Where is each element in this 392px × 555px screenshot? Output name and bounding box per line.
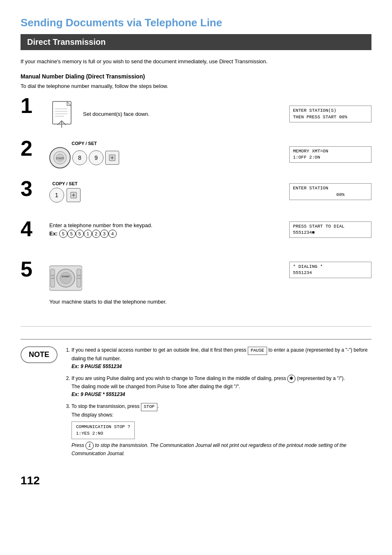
pause-key: PAUSE bbox=[248, 347, 267, 355]
subsection-title: Manual Number Dialing (Direct Transmissi… bbox=[21, 73, 371, 80]
step-5-screen-area: * DIALING * 5551234 bbox=[87, 262, 371, 279]
step-3-screen: ENTER STATION 00% bbox=[289, 183, 371, 200]
step-1-screen: ENTER STATION(S) THEN PRESS START 00% bbox=[289, 106, 371, 122]
step-4-number: 4 bbox=[21, 218, 45, 240]
step-5-text: Your machine starts to dial the telephon… bbox=[49, 298, 167, 306]
start-inner: START bbox=[53, 151, 67, 164]
key-9: 9 bbox=[89, 150, 104, 165]
document-icon bbox=[49, 98, 78, 129]
svg-text:START: START bbox=[62, 275, 70, 278]
step-2-row: 2 COPY / SET START 8 bbox=[21, 138, 371, 170]
start-button-2: START bbox=[49, 147, 71, 168]
step-5-screen: * DIALING * 5551234 bbox=[289, 262, 371, 279]
step-1-content: Set document(s) face down. ENTER STATION… bbox=[49, 95, 371, 130]
key-set-2 bbox=[105, 151, 119, 165]
steps-area: 1 Set document(s bbox=[21, 95, 371, 306]
step-3-content: COPY / SET 1 ENTER STATION bbox=[49, 178, 371, 203]
note-item-3: To stop the transmission, press STOP. Th… bbox=[71, 403, 371, 458]
note-1-example: Ex: 9 PAUSE 5551234 bbox=[71, 364, 122, 369]
page-title: Sending Documents via Telephone Line bbox=[21, 12, 371, 29]
step-4-screen-area: PRESS START TO DIAL 5551234■ bbox=[285, 221, 371, 238]
step-1-row: 1 Set document(s bbox=[21, 95, 371, 130]
svg-text:STA: STA bbox=[51, 277, 54, 279]
step-2-visual: COPY / SET START 8 9 bbox=[49, 141, 119, 168]
step-3-number: 3 bbox=[21, 178, 45, 199]
start-button-5: START DIR STA FUN CTN bbox=[49, 262, 82, 295]
note-label-box: NOTE bbox=[21, 346, 58, 363]
stop-key: STOP bbox=[141, 403, 157, 411]
step-2-screen: MEMORY XMT=ON 1:OFF 2:ON bbox=[289, 146, 371, 163]
step-2-keypad-label: COPY / SET bbox=[49, 141, 119, 146]
step-1-number: 1 bbox=[21, 95, 45, 116]
note-2-example: Ex: 9 PAUSE * 5551234 bbox=[71, 391, 125, 397]
step-3-screen-area: ENTER STATION 00% bbox=[285, 183, 371, 200]
step-2-screen-area: MEMORY XMT=ON 1:OFF 2:ON bbox=[285, 146, 371, 163]
section-header: Direct Transmission bbox=[21, 34, 371, 50]
step-3-visual: COPY / SET 1 bbox=[49, 181, 81, 203]
step-5-visual: START DIR STA FUN CTN bbox=[49, 262, 82, 295]
step-3-row: 3 COPY / SET 1 bbox=[21, 178, 371, 211]
step-4-row: 4 Enter a telephone number from the keyp… bbox=[21, 218, 371, 251]
step-4-screen: PRESS START TO DIAL 5551234■ bbox=[289, 221, 371, 238]
step-1-visual bbox=[49, 98, 78, 130]
step-5-content: START DIR STA FUN CTN bbox=[49, 258, 371, 306]
comm-screen: COMMUNICATION STOP ? 1:YES 2:NO bbox=[71, 421, 135, 439]
svg-text:START: START bbox=[56, 157, 64, 160]
note-item-2: If you are using Pulse dialing and you w… bbox=[71, 375, 371, 398]
svg-text:FUN: FUN bbox=[77, 274, 81, 276]
note-3-final: Press 1 to stop the transmission. The Co… bbox=[71, 442, 346, 456]
svg-text:CTN: CTN bbox=[77, 277, 81, 279]
step-2-content: COPY / SET START 8 9 bbox=[49, 138, 371, 168]
step-3-keypad: 1 bbox=[49, 188, 81, 203]
step-4-content: Enter a telephone number from the keypad… bbox=[49, 218, 371, 238]
key-1: 1 bbox=[49, 188, 64, 203]
svg-text:DIR: DIR bbox=[51, 274, 54, 276]
step-2-keypad: START 8 9 bbox=[49, 147, 119, 168]
step-1-screen-area: ENTER STATION(S) THEN PRESS START 00% bbox=[285, 106, 371, 122]
step-2-number: 2 bbox=[21, 138, 45, 159]
step-4-text: Enter a telephone number from the keypad… bbox=[49, 221, 152, 238]
step-1-text: Set document(s) face down. bbox=[83, 110, 150, 118]
sub-intro: To dial the telephone number manually, f… bbox=[21, 83, 371, 89]
svg-point-16 bbox=[60, 272, 71, 284]
divider bbox=[21, 326, 371, 327]
star-icon: ✱ bbox=[287, 375, 295, 383]
note-item-1: If you need a special access number to g… bbox=[71, 346, 371, 371]
key-set-3 bbox=[67, 188, 81, 202]
page-number: 112 bbox=[21, 474, 371, 487]
step-3-keypad-label: COPY / SET bbox=[49, 181, 81, 186]
step-5-number: 5 bbox=[21, 258, 45, 280]
key-8: 8 bbox=[72, 150, 87, 165]
circled-1: 1 bbox=[85, 442, 94, 450]
intro-text: If your machine's memory is full or you … bbox=[21, 58, 371, 66]
note-section: NOTE If you need a special access number… bbox=[21, 339, 371, 462]
note-content: If you need a special access number to g… bbox=[65, 346, 371, 462]
step-5-row: 5 START DIR bbox=[21, 258, 371, 306]
